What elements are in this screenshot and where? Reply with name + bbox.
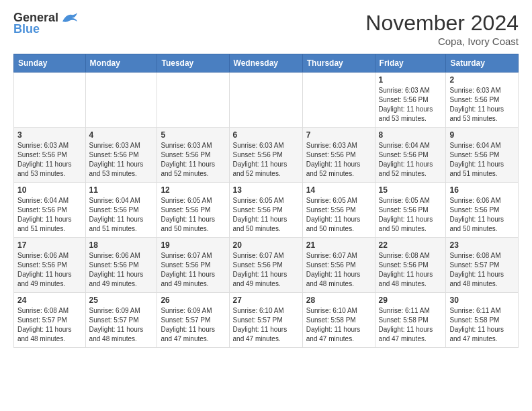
calendar-cell: 2Sunrise: 6:03 AM Sunset: 5:56 PM Daylig… — [446, 73, 519, 128]
day-info: Sunrise: 6:07 AM Sunset: 5:56 PM Dayligh… — [306, 251, 371, 289]
day-number: 3 — [17, 130, 82, 140]
day-info: Sunrise: 6:06 AM Sunset: 5:56 PM Dayligh… — [449, 196, 515, 234]
day-number: 26 — [161, 295, 225, 305]
day-number: 4 — [89, 130, 154, 140]
calendar-cell: 3Sunrise: 6:03 AM Sunset: 5:56 PM Daylig… — [14, 128, 86, 183]
calendar-week-row: 10Sunrise: 6:04 AM Sunset: 5:56 PM Dayli… — [14, 183, 519, 238]
calendar-cell: 16Sunrise: 6:06 AM Sunset: 5:56 PM Dayli… — [446, 183, 519, 238]
day-info: Sunrise: 6:03 AM Sunset: 5:56 PM Dayligh… — [233, 141, 299, 179]
day-info: Sunrise: 6:07 AM Sunset: 5:56 PM Dayligh… — [233, 251, 299, 289]
day-number: 30 — [449, 295, 515, 305]
calendar-cell — [14, 73, 86, 128]
day-number: 8 — [379, 130, 443, 140]
day-number: 13 — [233, 185, 299, 195]
calendar-cell: 29Sunrise: 6:11 AM Sunset: 5:58 PM Dayli… — [375, 293, 446, 348]
day-info: Sunrise: 6:04 AM Sunset: 5:56 PM Dayligh… — [89, 196, 154, 234]
calendar-cell: 19Sunrise: 6:07 AM Sunset: 5:56 PM Dayli… — [157, 238, 229, 293]
day-number: 17 — [17, 240, 82, 250]
calendar-week-row: 3Sunrise: 6:03 AM Sunset: 5:56 PM Daylig… — [14, 128, 519, 183]
calendar-cell: 18Sunrise: 6:06 AM Sunset: 5:56 PM Dayli… — [85, 238, 157, 293]
calendar-week-row: 1Sunrise: 6:03 AM Sunset: 5:56 PM Daylig… — [14, 73, 519, 128]
day-number: 7 — [306, 130, 371, 140]
day-info: Sunrise: 6:05 AM Sunset: 5:56 PM Dayligh… — [379, 196, 443, 234]
calendar-cell: 25Sunrise: 6:09 AM Sunset: 5:57 PM Dayli… — [85, 293, 157, 348]
calendar-cell — [157, 73, 229, 128]
calendar-cell: 1Sunrise: 6:03 AM Sunset: 5:56 PM Daylig… — [375, 73, 446, 128]
calendar-cell: 28Sunrise: 6:10 AM Sunset: 5:58 PM Dayli… — [302, 293, 375, 348]
logo: General Blue — [13, 11, 79, 36]
day-info: Sunrise: 6:04 AM Sunset: 5:56 PM Dayligh… — [449, 141, 515, 179]
day-info: Sunrise: 6:05 AM Sunset: 5:56 PM Dayligh… — [233, 196, 299, 234]
page: General Blue November 2024 Copa, Ivory C… — [0, 0, 532, 361]
calendar-cell: 30Sunrise: 6:11 AM Sunset: 5:58 PM Dayli… — [446, 293, 519, 348]
day-info: Sunrise: 6:06 AM Sunset: 5:56 PM Dayligh… — [89, 251, 154, 289]
calendar-table: SundayMondayTuesdayWednesdayThursdayFrid… — [13, 54, 519, 348]
day-number: 29 — [379, 295, 443, 305]
calendar-cell: 6Sunrise: 6:03 AM Sunset: 5:56 PM Daylig… — [229, 128, 302, 183]
day-info: Sunrise: 6:03 AM Sunset: 5:56 PM Dayligh… — [89, 141, 154, 179]
day-number: 5 — [161, 130, 225, 140]
calendar-cell: 17Sunrise: 6:06 AM Sunset: 5:56 PM Dayli… — [14, 238, 86, 293]
day-number: 21 — [306, 240, 371, 250]
calendar-cell: 24Sunrise: 6:08 AM Sunset: 5:57 PM Dayli… — [14, 293, 86, 348]
weekday-header: Saturday — [446, 54, 519, 73]
day-number: 16 — [449, 185, 515, 195]
day-number: 15 — [379, 185, 443, 195]
day-info: Sunrise: 6:07 AM Sunset: 5:56 PM Dayligh… — [161, 251, 225, 289]
day-info: Sunrise: 6:03 AM Sunset: 5:56 PM Dayligh… — [306, 141, 371, 179]
calendar-cell: 5Sunrise: 6:03 AM Sunset: 5:56 PM Daylig… — [157, 128, 229, 183]
day-info: Sunrise: 6:04 AM Sunset: 5:56 PM Dayligh… — [17, 196, 82, 234]
day-number: 19 — [161, 240, 225, 250]
calendar-cell: 20Sunrise: 6:07 AM Sunset: 5:56 PM Dayli… — [229, 238, 302, 293]
day-info: Sunrise: 6:03 AM Sunset: 5:56 PM Dayligh… — [17, 141, 82, 179]
day-number: 11 — [89, 185, 154, 195]
day-info: Sunrise: 6:10 AM Sunset: 5:57 PM Dayligh… — [233, 306, 299, 344]
weekday-header: Thursday — [302, 54, 375, 73]
day-number: 20 — [233, 240, 299, 250]
calendar-cell: 13Sunrise: 6:05 AM Sunset: 5:56 PM Dayli… — [229, 183, 302, 238]
day-number: 27 — [233, 295, 299, 305]
day-number: 2 — [449, 75, 515, 85]
day-number: 12 — [161, 185, 225, 195]
calendar-cell — [302, 73, 375, 128]
day-info: Sunrise: 6:11 AM Sunset: 5:58 PM Dayligh… — [449, 306, 515, 344]
location-title: Copa, Ivory Coast — [365, 36, 519, 47]
calendar-cell: 4Sunrise: 6:03 AM Sunset: 5:56 PM Daylig… — [85, 128, 157, 183]
day-info: Sunrise: 6:04 AM Sunset: 5:56 PM Dayligh… — [379, 141, 443, 179]
day-info: Sunrise: 6:05 AM Sunset: 5:56 PM Dayligh… — [161, 196, 225, 234]
title-block: November 2024 Copa, Ivory Coast — [365, 11, 519, 47]
calendar-cell: 27Sunrise: 6:10 AM Sunset: 5:57 PM Dayli… — [229, 293, 302, 348]
weekday-header: Monday — [85, 54, 157, 73]
day-number: 18 — [89, 240, 154, 250]
weekday-header: Wednesday — [229, 54, 302, 73]
day-number: 6 — [233, 130, 299, 140]
day-info: Sunrise: 6:05 AM Sunset: 5:56 PM Dayligh… — [306, 196, 371, 234]
calendar-cell — [85, 73, 157, 128]
logo-bird-icon — [61, 12, 79, 24]
day-number: 25 — [89, 295, 154, 305]
calendar-cell: 23Sunrise: 6:08 AM Sunset: 5:57 PM Dayli… — [446, 238, 519, 293]
day-number: 10 — [17, 185, 82, 195]
day-number: 9 — [449, 130, 515, 140]
calendar-header-row: SundayMondayTuesdayWednesdayThursdayFrid… — [14, 54, 519, 73]
day-info: Sunrise: 6:09 AM Sunset: 5:57 PM Dayligh… — [161, 306, 225, 344]
calendar-cell: 15Sunrise: 6:05 AM Sunset: 5:56 PM Dayli… — [375, 183, 446, 238]
logo-blue-text: Blue — [13, 22, 40, 36]
day-info: Sunrise: 6:03 AM Sunset: 5:56 PM Dayligh… — [449, 86, 515, 124]
calendar-cell: 26Sunrise: 6:09 AM Sunset: 5:57 PM Dayli… — [157, 293, 229, 348]
weekday-header: Sunday — [14, 54, 86, 73]
calendar-cell: 10Sunrise: 6:04 AM Sunset: 5:56 PM Dayli… — [14, 183, 86, 238]
calendar-cell: 8Sunrise: 6:04 AM Sunset: 5:56 PM Daylig… — [375, 128, 446, 183]
calendar-cell: 22Sunrise: 6:08 AM Sunset: 5:56 PM Dayli… — [375, 238, 446, 293]
calendar-cell: 12Sunrise: 6:05 AM Sunset: 5:56 PM Dayli… — [157, 183, 229, 238]
calendar-cell: 14Sunrise: 6:05 AM Sunset: 5:56 PM Dayli… — [302, 183, 375, 238]
day-info: Sunrise: 6:03 AM Sunset: 5:56 PM Dayligh… — [379, 86, 443, 124]
day-info: Sunrise: 6:09 AM Sunset: 5:57 PM Dayligh… — [89, 306, 154, 344]
day-info: Sunrise: 6:03 AM Sunset: 5:56 PM Dayligh… — [161, 141, 225, 179]
day-number: 24 — [17, 295, 82, 305]
month-title: November 2024 — [365, 11, 519, 36]
day-number: 1 — [379, 75, 443, 85]
day-info: Sunrise: 6:08 AM Sunset: 5:57 PM Dayligh… — [17, 306, 82, 344]
weekday-header: Tuesday — [157, 54, 229, 73]
calendar-cell: 7Sunrise: 6:03 AM Sunset: 5:56 PM Daylig… — [302, 128, 375, 183]
